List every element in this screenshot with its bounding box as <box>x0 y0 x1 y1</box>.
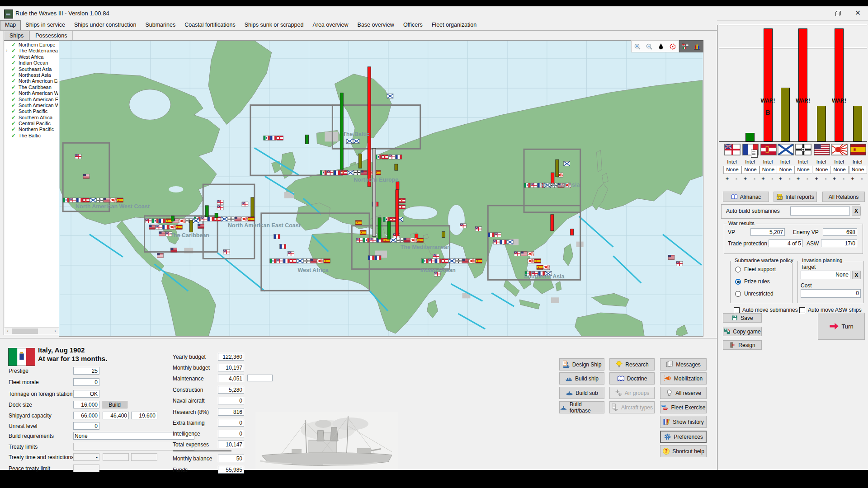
radio-unrestricted[interactable] <box>735 291 741 297</box>
map-flag-gb[interactable] <box>460 224 466 228</box>
show-history-button[interactable]: Show history <box>660 416 707 428</box>
nation-flag-ah[interactable] <box>760 144 776 155</box>
sidebar-tab-ships[interactable]: Ships <box>4 31 29 40</box>
map-flag-ah[interactable] <box>442 259 448 263</box>
map-flag-it[interactable] <box>375 155 382 159</box>
map-flag-us[interactable] <box>104 198 110 202</box>
map-flag-jp[interactable] <box>169 225 175 230</box>
radio-fleet-support[interactable] <box>735 267 741 272</box>
map-flag-gb[interactable] <box>217 200 223 205</box>
region-tree-item[interactable]: ✓Northern Pacific <box>5 127 58 132</box>
nation-flag-de[interactable] <box>795 144 811 155</box>
map-flag-us[interactable] <box>198 224 204 229</box>
map-flag-us[interactable] <box>310 259 316 263</box>
map-flag-ah[interactable] <box>399 205 406 209</box>
doctrine-button[interactable]: Doctrine <box>609 372 655 385</box>
map-flag-ru[interactable] <box>297 259 303 263</box>
world-map[interactable]: The BalticNorthern EuropeNorth American … <box>59 40 703 337</box>
map-flag-us[interactable] <box>157 253 164 258</box>
aircraft-types-button[interactable]: Aircraft types <box>609 401 655 413</box>
map-flag-ru[interactable] <box>390 238 396 243</box>
region-tree-item[interactable]: ✓North American Wes <box>5 90 58 96</box>
map-flag-fr[interactable] <box>488 233 494 237</box>
map-flag-de[interactable] <box>397 238 403 243</box>
map-flag-us[interactable] <box>668 255 675 260</box>
map-flag-gb[interactable] <box>156 225 162 230</box>
checkbox-auto-move-submarines[interactable] <box>734 307 740 313</box>
map-flag-gb[interactable] <box>327 170 333 175</box>
save-button[interactable]: Save <box>723 313 762 323</box>
research-button[interactable]: Research <box>609 358 655 371</box>
map-flag-gb[interactable] <box>475 227 481 231</box>
map-flag-fr[interactable] <box>159 219 165 223</box>
map-flag-it[interactable] <box>63 198 69 202</box>
menu-tab-ships-under-construction[interactable]: Ships under construction <box>70 20 141 30</box>
map-flag-gb[interactable] <box>70 198 76 202</box>
region-tree-item[interactable]: ›✓The Mediterranean <box>5 48 58 54</box>
map-flag-us[interactable] <box>235 217 241 221</box>
map-flag-gb[interactable] <box>242 202 248 206</box>
map-toolbar-oil-drop-button[interactable] <box>655 41 667 52</box>
preferences-button[interactable]: Preferences <box>660 431 707 443</box>
map-flag-gb[interactable] <box>493 240 500 244</box>
map-toolbar-zoom-out-button[interactable] <box>643 41 655 52</box>
map-flag-jp[interactable] <box>110 198 117 202</box>
turn-button[interactable]: Turn <box>818 313 865 340</box>
map-toolbar-convoy-marker-button[interactable] <box>667 41 679 52</box>
relation-plus-button[interactable]: + <box>762 176 765 182</box>
auto-build-clear-button[interactable]: X <box>852 206 861 216</box>
map-flag-fr[interactable] <box>435 259 442 263</box>
map-flag-fr[interactable] <box>375 256 381 260</box>
map-flag-us[interactable] <box>521 252 527 256</box>
map-flag-fr[interactable] <box>368 256 374 260</box>
relation-plus-button[interactable]: + <box>815 176 818 182</box>
map-flag-ru[interactable] <box>193 219 199 223</box>
map-flag-jp[interactable] <box>179 219 185 223</box>
map-flag-ru[interactable] <box>353 139 359 143</box>
intel-level-field[interactable]: None <box>723 166 741 174</box>
intel-level-field[interactable]: None <box>830 166 849 174</box>
map-flag-it[interactable] <box>264 136 270 140</box>
map-flag-it[interactable] <box>270 259 276 263</box>
build-dock-button[interactable]: Build <box>102 401 127 408</box>
map-flag-jp[interactable] <box>410 238 417 243</box>
design-ship-button[interactable]: Design Ship <box>559 358 604 371</box>
region-tree-item[interactable]: ✓West Africa <box>5 54 58 60</box>
nation-flag-us[interactable] <box>814 144 829 155</box>
map-flag-jp[interactable] <box>543 265 550 269</box>
relation-plus-button[interactable]: + <box>779 176 782 182</box>
map-flag-gb[interactable] <box>389 155 395 159</box>
map-flag-ru[interactable] <box>507 240 513 244</box>
scroll-thumb[interactable] <box>12 328 38 334</box>
map-flag-es[interactable] <box>355 221 362 225</box>
map-flag-it[interactable] <box>422 259 428 263</box>
region-tree-item[interactable]: ✓South American We <box>5 103 58 108</box>
map-flag-de[interactable] <box>455 259 462 263</box>
intel-level-field[interactable]: None <box>777 166 795 174</box>
menu-tab-ships-in-service[interactable]: Ships in service <box>21 20 70 30</box>
region-tree-item[interactable]: ✓North American East <box>5 78 58 84</box>
map-flag-gb[interactable] <box>495 233 501 237</box>
scroll-right-arrow-icon[interactable]: › <box>52 328 59 335</box>
invasion-target-field[interactable]: None <box>801 271 850 279</box>
map-flag-es[interactable] <box>476 259 482 263</box>
map-flag-gb[interactable] <box>223 250 230 254</box>
map-flag-gb[interactable] <box>514 252 520 256</box>
map-flag-es[interactable] <box>117 198 123 202</box>
map-flag-fr[interactable] <box>334 170 340 175</box>
intel-level-field[interactable]: None <box>760 166 778 174</box>
relation-plus-button[interactable]: + <box>744 176 747 182</box>
relation-plus-button[interactable]: + <box>797 176 800 182</box>
map-flag-gb[interactable] <box>356 238 363 243</box>
resign-button[interactable]: Resign <box>723 340 762 350</box>
map-flag-it[interactable] <box>152 219 159 223</box>
air-groups-button[interactable]: Air groups <box>609 387 655 399</box>
region-tree-item[interactable]: ✓Southern Africa <box>5 115 58 121</box>
fleet-exercise-button[interactable]: Fleet Exercise <box>660 401 707 413</box>
relation-plus-button[interactable]: + <box>833 176 836 182</box>
region-tree-item[interactable]: ✓Northern Europe <box>5 42 58 48</box>
map-flag-ru[interactable] <box>347 170 354 175</box>
map-flag-it[interactable] <box>363 238 369 243</box>
map-flag-ah[interactable] <box>382 155 388 159</box>
map-flag-gb[interactable] <box>676 262 683 266</box>
